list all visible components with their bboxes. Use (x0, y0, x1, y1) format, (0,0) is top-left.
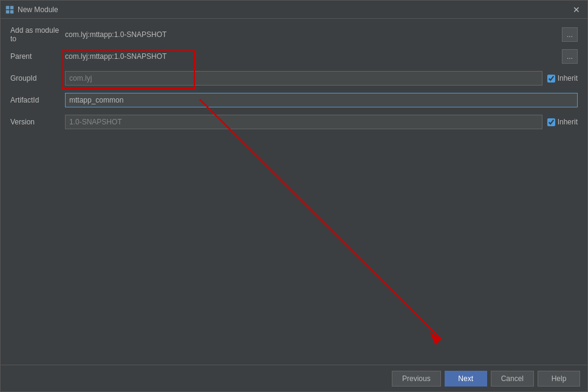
svg-line-4 (200, 100, 442, 340)
next-button[interactable]: Next (445, 371, 487, 387)
groupid-label: GroupId (10, 74, 65, 83)
groupid-inherit-checkbox[interactable] (547, 75, 555, 83)
dialog-content: Add as module to com.lyj:mttapp:1.0-SNAP… (1, 19, 587, 365)
groupid-inherit-container: Inherit (547, 74, 578, 83)
version-inherit-container: Inherit (547, 118, 578, 126)
artifactid-row: ArtifactId (10, 92, 578, 109)
new-module-dialog: New Module ✕ Add as module to com.lyj:mt… (0, 0, 588, 392)
groupid-row: GroupId Inherit (10, 70, 578, 87)
title-bar: New Module ✕ (1, 1, 587, 19)
parent-ellipsis-button[interactable]: ... (562, 49, 578, 64)
groupid-inherit-label: Inherit (558, 74, 578, 83)
artifactid-label: ArtifactId (10, 96, 65, 104)
svg-rect-2 (6, 10, 9, 13)
artifactid-input[interactable] (65, 93, 578, 107)
svg-rect-0 (6, 6, 9, 9)
svg-marker-5 (429, 332, 441, 345)
version-label: Version (10, 118, 65, 126)
add-as-module-ellipsis-button[interactable]: ... (562, 27, 578, 42)
close-button[interactable]: ✕ (570, 4, 583, 16)
add-as-module-row: Add as module to com.lyj:mttapp:1.0-SNAP… (10, 26, 578, 43)
version-inherit-checkbox[interactable] (547, 118, 555, 126)
parent-row: Parent com.lyj:mttapp:1.0-SNAPSHOT ... (10, 48, 578, 65)
module-icon (5, 5, 14, 14)
version-input[interactable] (65, 115, 542, 129)
version-row: Version Inherit (10, 113, 578, 130)
footer: Previous Next Cancel Help (1, 365, 587, 391)
cancel-button[interactable]: Cancel (491, 371, 534, 387)
svg-rect-1 (10, 6, 13, 9)
parent-value: com.lyj:mttapp:1.0-SNAPSHOT (65, 52, 559, 61)
version-inherit-label: Inherit (558, 118, 578, 126)
previous-button[interactable]: Previous (392, 371, 441, 387)
help-button[interactable]: Help (538, 371, 580, 387)
groupid-input[interactable] (65, 71, 542, 86)
parent-label: Parent (10, 52, 65, 61)
svg-rect-3 (10, 10, 13, 13)
add-as-module-value: com.lyj:mttapp:1.0-SNAPSHOT (65, 30, 559, 39)
add-as-module-label: Add as module to (10, 26, 65, 43)
dialog-title: New Module (18, 5, 570, 14)
